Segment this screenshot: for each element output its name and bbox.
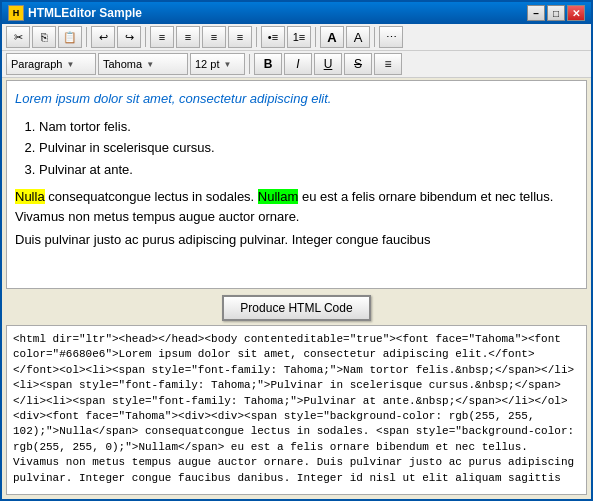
font-family-label: Tahoma <box>103 58 142 70</box>
button-area: Produce HTML Code <box>2 291 591 325</box>
separator-2 <box>145 27 146 47</box>
editor-content: Lorem ipsum dolor sit amet, consectetur … <box>15 89 578 250</box>
copy-button[interactable]: ⎘ <box>32 26 56 48</box>
editor-paragraph-2: Duis pulvinar justo ac purus adipiscing … <box>15 230 578 250</box>
undo-button[interactable]: ↩ <box>91 26 115 48</box>
separator-5 <box>374 27 375 47</box>
format-bar: Paragraph ▼ Tahoma ▼ 12 pt ▼ B I U S ≡ <box>2 51 591 78</box>
editor-title-paragraph: Lorem ipsum dolor sit amet, consectetur … <box>15 89 578 109</box>
highlight-nulla: Nulla <box>15 189 45 204</box>
app-icon: H <box>8 5 24 21</box>
font-family-arrow: ▼ <box>146 60 154 69</box>
font-size-arrow: ▼ <box>223 60 231 69</box>
maximize-button[interactable]: □ <box>547 5 565 21</box>
font-size-label: 12 pt <box>195 58 219 70</box>
font-size-dropdown[interactable]: 12 pt ▼ <box>190 53 245 75</box>
separator-3 <box>256 27 257 47</box>
bold-button[interactable]: B <box>254 53 282 75</box>
font-highlight-button[interactable]: A <box>346 26 370 48</box>
highlight-nullam: Nullam <box>258 189 298 204</box>
title-bar-left: H HTMLEditor Sample <box>8 5 142 21</box>
editor-list: Nam tortor felis. Pulvinar in scelerisqu… <box>39 117 578 180</box>
format-separator <box>249 54 250 74</box>
ordered-list-button[interactable]: 1≡ <box>287 26 311 48</box>
window-title: HTMLEditor Sample <box>28 6 142 20</box>
editor-paragraph-1: Nulla consequatcongue lectus in sodales.… <box>15 187 578 226</box>
paragraph-style-arrow: ▼ <box>66 60 74 69</box>
list-item: Pulvinar at ante. <box>39 160 578 180</box>
unordered-list-button[interactable]: •≡ <box>261 26 285 48</box>
align-left-button[interactable]: ≡ <box>150 26 174 48</box>
more-options-button[interactable]: ⋯ <box>379 26 403 48</box>
align-right-button[interactable]: ≡ <box>202 26 226 48</box>
redo-button[interactable]: ↪ <box>117 26 141 48</box>
separator-4 <box>315 27 316 47</box>
list-item: Pulvinar in scelerisque cursus. <box>39 138 578 158</box>
align-center-button[interactable]: ≡ <box>176 26 200 48</box>
title-controls: – □ ✕ <box>527 5 585 21</box>
paragraph-style-dropdown[interactable]: Paragraph ▼ <box>6 53 96 75</box>
align-justify-button[interactable]: ≡ <box>228 26 252 48</box>
html-output-area[interactable]: <html dir="ltr"><head></head><body conte… <box>6 325 587 495</box>
paragraph-style-label: Paragraph <box>11 58 62 70</box>
font-color-button[interactable]: A <box>320 26 344 48</box>
title-bar: H HTMLEditor Sample – □ ✕ <box>2 2 591 24</box>
font-family-dropdown[interactable]: Tahoma ▼ <box>98 53 188 75</box>
paste-button[interactable]: 📋 <box>58 26 82 48</box>
text-align-button[interactable]: ≡ <box>374 53 402 75</box>
minimize-button[interactable]: – <box>527 5 545 21</box>
close-button[interactable]: ✕ <box>567 5 585 21</box>
paragraph-mid-text: consequatcongue lectus in sodales. <box>48 189 258 204</box>
strikethrough-button[interactable]: S <box>344 53 372 75</box>
toolbar: ✂ ⎘ 📋 ↩ ↪ ≡ ≡ ≡ ≡ •≡ 1≡ A A ⋯ <box>2 24 591 51</box>
separator-1 <box>86 27 87 47</box>
editor-area[interactable]: Lorem ipsum dolor sit amet, consectetur … <box>6 80 587 289</box>
main-window: H HTMLEditor Sample – □ ✕ ✂ ⎘ 📋 ↩ ↪ ≡ ≡ … <box>0 0 593 501</box>
list-item: Nam tortor felis. <box>39 117 578 137</box>
italic-button[interactable]: I <box>284 53 312 75</box>
cut-button[interactable]: ✂ <box>6 26 30 48</box>
underline-button[interactable]: U <box>314 53 342 75</box>
produce-html-button[interactable]: Produce HTML Code <box>222 295 370 321</box>
